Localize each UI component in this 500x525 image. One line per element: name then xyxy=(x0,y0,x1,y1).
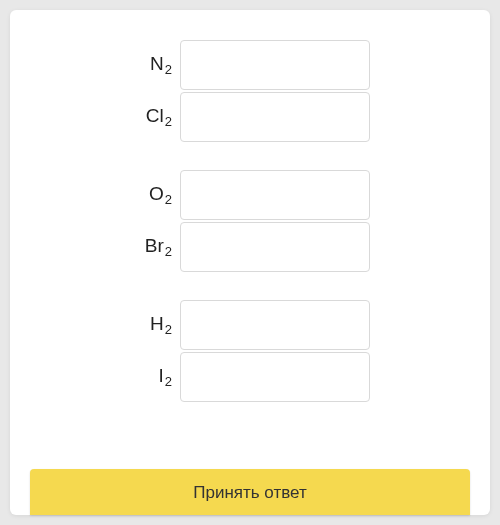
pair-group: O2 Br2 xyxy=(30,170,470,272)
input-row: N2 xyxy=(30,40,470,90)
input-row: O2 xyxy=(30,170,470,220)
input-row: Br2 xyxy=(30,222,470,272)
formula-label: N2 xyxy=(130,53,180,78)
answer-input[interactable] xyxy=(180,352,370,402)
pairs-area: N2 Cl2 O2 Br2 xyxy=(30,40,470,490)
answer-input[interactable] xyxy=(180,300,370,350)
input-row: Cl2 xyxy=(30,92,470,142)
exercise-card: N2 Cl2 O2 Br2 xyxy=(10,10,490,515)
answer-input[interactable] xyxy=(180,222,370,272)
formula-label: Br2 xyxy=(130,235,180,260)
answer-input[interactable] xyxy=(180,170,370,220)
input-row: I2 xyxy=(30,352,470,402)
submit-label: Принять ответ xyxy=(193,483,307,503)
formula-label: Cl2 xyxy=(130,105,180,130)
pair-group: N2 Cl2 xyxy=(30,40,470,142)
input-row: H2 xyxy=(30,300,470,350)
answer-input[interactable] xyxy=(180,40,370,90)
formula-label: O2 xyxy=(130,183,180,208)
pair-group: H2 I2 xyxy=(30,300,470,402)
formula-label: H2 xyxy=(130,313,180,338)
formula-label: I2 xyxy=(130,365,180,390)
submit-button[interactable]: Принять ответ xyxy=(30,469,470,515)
answer-input[interactable] xyxy=(180,92,370,142)
